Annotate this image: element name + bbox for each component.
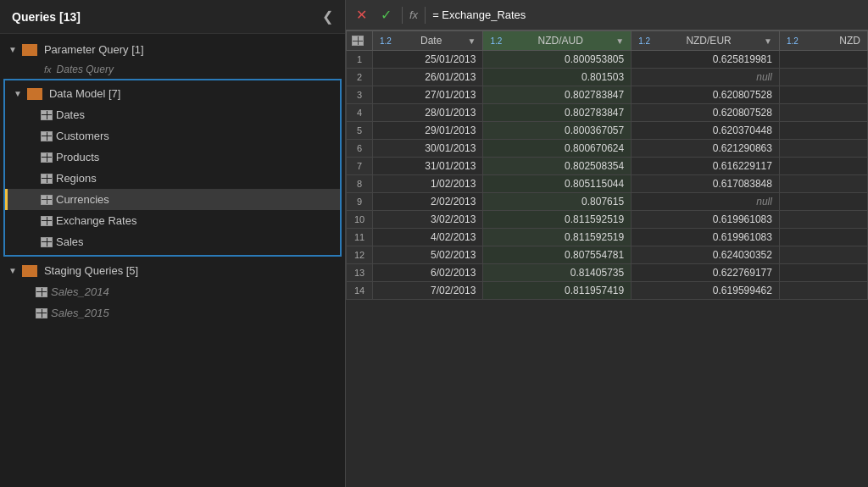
collapse-button[interactable]: ❮ (322, 8, 333, 25)
table-cell-date: 30/01/2013 (373, 140, 483, 158)
table-col-icon (352, 36, 364, 46)
table-row-num: 11 (347, 229, 373, 246)
staging-group: ▼ Staging Queries [5] Sales_2014 Sales_2… (0, 260, 345, 324)
table-cell-nzd-x (779, 246, 867, 264)
table-cell-date: 5/02/2013 (373, 246, 483, 264)
sidebar-item-currencies[interactable]: Currencies (5, 189, 340, 210)
table-cell-nzd-eur: 0.619961083 (632, 211, 780, 229)
table-cell-nzd-x (779, 122, 867, 140)
table-cell-nzd-aud: 0.81405735 (483, 264, 632, 282)
col-header-nzd-x[interactable]: 1.2 NZD (779, 31, 867, 51)
table-cell-nzd-x (779, 211, 867, 229)
sidebar-item-dates[interactable]: Dates (5, 104, 340, 125)
dates-label: Dates (56, 108, 85, 121)
col-type-badge: 1.2 (490, 36, 502, 46)
sidebar-item-sales-2015[interactable]: Sales_2015 (0, 302, 345, 324)
table-cell-nzd-eur: null (632, 69, 780, 86)
col-header-nzd-aud[interactable]: 1.2 NZD/AUD ▼ (483, 31, 632, 51)
currencies-label: Currencies (56, 193, 109, 206)
group-folder-icon (22, 265, 37, 277)
table-row-num: 13 (347, 264, 373, 282)
col-nzd-aud-label: NZD/AUD (538, 35, 583, 47)
table-cell-nzd-eur: 0.620807528 (632, 86, 780, 104)
sales-label: Sales (56, 235, 84, 248)
table-cell-date: 4/02/2013 (373, 229, 483, 246)
table-cell-nzd-eur: 0.616229117 (632, 158, 780, 175)
table-row-num: 6 (347, 140, 373, 158)
table-grid-icon (41, 152, 53, 163)
formula-text[interactable]: = Exchange_Rates (432, 8, 526, 21)
table-cell-date: 27/01/2013 (373, 86, 483, 104)
cancel-formula-button[interactable]: ✕ (353, 5, 370, 25)
confirm-formula-button[interactable]: ✓ (377, 5, 395, 25)
table-row-num: 2 (347, 69, 373, 86)
queries-panel: Queries [13] ❮ ▼ Parameter Query [1] fx … (0, 0, 346, 487)
col-header-nzd-eur[interactable]: 1.2 NZD/EUR ▼ (632, 31, 780, 51)
table-grid-icon (41, 110, 53, 120)
sidebar-item-products[interactable]: Products (5, 147, 340, 168)
group-data-model[interactable]: ▼ Data Model [7] (5, 83, 340, 104)
dates-query-item[interactable]: fx Dates Query (0, 60, 345, 79)
query-list: ▼ Parameter Query [1] fx Dates Query ▼ D… (0, 34, 345, 487)
table-cell-date: 1/02/2013 (373, 175, 483, 193)
table-cell-nzd-aud: 0.811957419 (483, 282, 632, 300)
table-row-num: 4 (347, 104, 373, 122)
table-row-num: 7 (347, 158, 373, 175)
table-cell-nzd-aud: 0.807615 (483, 193, 632, 211)
table-cell-nzd-x (779, 282, 867, 300)
group-label: Staging Queries [5] (44, 264, 138, 277)
col-dropdown-arrow[interactable]: ▼ (467, 36, 476, 46)
sales-2015-label: Sales_2015 (51, 307, 109, 319)
formula-separator (402, 7, 403, 24)
col-dropdown-arrow[interactable]: ▼ (764, 36, 772, 46)
table-cell-nzd-x (779, 193, 867, 211)
table-cell-nzd-x (779, 69, 867, 86)
table-row-num: 3 (347, 86, 373, 104)
group-label: Parameter Query [1] (44, 43, 144, 56)
table-cell-nzd-aud: 0.802783847 (483, 86, 632, 104)
table-cell-nzd-aud: 0.807554781 (483, 246, 632, 264)
sidebar-item-regions[interactable]: Regions (5, 168, 340, 189)
col-header-index (347, 31, 373, 51)
table-cell-nzd-aud: 0.811592519 (483, 229, 632, 246)
table-cell-date: 31/01/2013 (373, 158, 483, 175)
table-cell-nzd-aud: 0.800367057 (483, 122, 632, 140)
formula-bar: ✕ ✓ fx = Exchange_Rates (346, 0, 868, 30)
table-cell-nzd-x (779, 86, 867, 104)
table-grid-icon (36, 308, 47, 318)
group-parameter-query[interactable]: ▼ Parameter Query [1] (0, 39, 345, 60)
col-header-date[interactable]: 1.2 Date ▼ (373, 31, 483, 51)
table-cell-nzd-eur: 0.617083848 (632, 175, 780, 193)
expand-arrow: ▼ (14, 89, 22, 98)
group-folder-icon (27, 88, 42, 100)
table-cell-nzd-aud: 0.805115044 (483, 175, 632, 193)
right-panel: ✕ ✓ fx = Exchange_Rates (346, 0, 868, 487)
table-cell-date: 6/02/2013 (373, 264, 483, 282)
col-type-badge: 1.2 (787, 36, 798, 46)
table-grid-icon (36, 287, 47, 297)
col-nzd-x-label: NZD (839, 35, 860, 47)
table-cell-nzd-x (779, 229, 867, 246)
table-row-num: 14 (347, 282, 373, 300)
table-cell-nzd-aud: 0.800953805 (483, 51, 632, 69)
table-cell-nzd-aud: 0.800670624 (483, 140, 632, 158)
group-folder-icon (22, 44, 37, 56)
col-dropdown-arrow[interactable]: ▼ (615, 36, 624, 46)
group-staging-queries[interactable]: ▼ Staging Queries [5] (0, 260, 345, 281)
sales-2014-label: Sales_2014 (51, 285, 109, 298)
fx-icon: fx (44, 64, 52, 75)
customers-label: Customers (56, 130, 109, 142)
data-table-container[interactable]: 1.2 Date ▼ 1.2 NZD/AUD ▼ (346, 30, 868, 487)
table-cell-nzd-x (779, 104, 867, 122)
table-row-num: 9 (347, 193, 373, 211)
table-cell-date: 26/01/2013 (373, 69, 483, 86)
sidebar-item-sales-2014[interactable]: Sales_2014 (0, 281, 345, 302)
sidebar-item-sales[interactable]: Sales (5, 231, 340, 252)
table-cell-date: 3/02/2013 (373, 211, 483, 229)
sidebar-item-customers[interactable]: Customers (5, 125, 340, 147)
table-cell-date: 28/01/2013 (373, 104, 483, 122)
table-grid-icon (41, 237, 53, 247)
table-grid-icon (41, 216, 53, 226)
table-cell-date: 25/01/2013 (373, 51, 483, 69)
sidebar-item-exchange-rates[interactable]: Exchange Rates (5, 210, 340, 231)
